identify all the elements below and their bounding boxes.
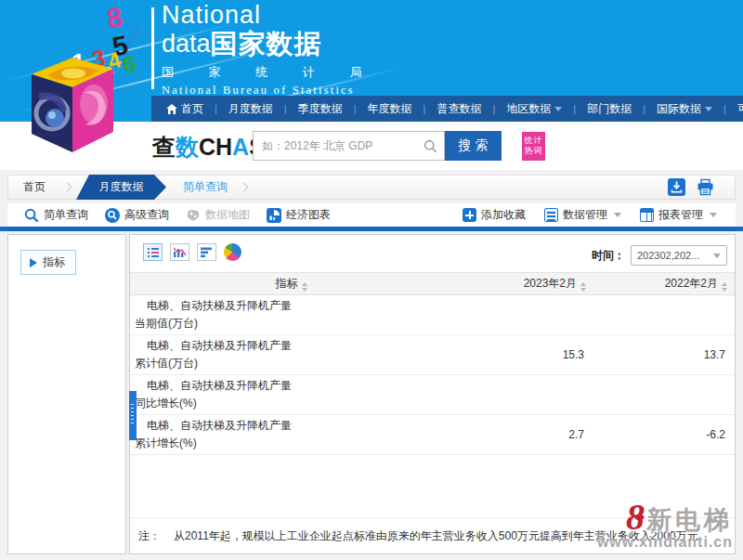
view-switcher	[143, 243, 241, 261]
table-row[interactable]: 电梯、自动扶梯及升降机产量当期值(万台)	[130, 295, 735, 335]
sidebar: 指标	[7, 234, 126, 554]
nav-item-annual-data[interactable]: 年度数据	[362, 101, 432, 117]
chevron-right-icon	[240, 183, 249, 192]
search-filled-icon	[105, 208, 120, 223]
footnote-label: 注：	[138, 528, 172, 544]
nav-item-monthly-data[interactable]: 月度数据	[223, 101, 293, 117]
hbar-chart-view-icon[interactable]	[197, 243, 216, 261]
search-box	[253, 131, 445, 161]
sidebar-splitter-handle[interactable]	[129, 391, 137, 440]
search-input[interactable]	[254, 132, 444, 160]
chevron-down-icon	[554, 107, 562, 111]
nav-item-international-data[interactable]: 国际数据	[651, 101, 732, 117]
nav-item-visualization[interactable]: 可视化产品	[732, 101, 743, 117]
title-english-line1: National	[162, 2, 377, 29]
chevron-down-icon	[713, 254, 721, 258]
add-favorite-button[interactable]: 添加收藏	[463, 207, 526, 223]
chevron-right-icon	[63, 183, 72, 192]
play-triangle-icon	[30, 258, 37, 267]
hot-words-badge[interactable]: 统计 热词	[522, 132, 545, 161]
data-manage-dropdown[interactable]: 数据管理	[544, 207, 621, 223]
nav-item-home[interactable]: 首页	[161, 101, 223, 117]
data-map-button[interactable]: 数据地图	[186, 207, 250, 223]
hbar-chart-glyph	[198, 244, 215, 260]
sort-icon	[722, 282, 727, 292]
table-row[interactable]: 电梯、自动扶梯及升降机产量累计值(万台) 15.3 13.7	[130, 335, 735, 375]
time-filter: 时间： 202302,202...	[592, 245, 727, 266]
advanced-query-button[interactable]: 高级查询	[105, 207, 169, 223]
breadcrumb: 首页 月度数据 简单查询	[7, 175, 736, 200]
query-toolbar: 简单查询 高级查询 数据地图 经济图表	[7, 203, 736, 227]
simple-query-button[interactable]: 简单查询	[24, 207, 88, 223]
list-icon	[544, 208, 558, 222]
watermark-name: 新电梯	[646, 508, 733, 533]
pie-chart-view-icon[interactable]	[224, 243, 241, 261]
chevron-down-icon	[710, 213, 717, 217]
nav-item-census-data[interactable]: 普查数据	[431, 101, 501, 117]
nav-item-quarterly-data[interactable]: 季度数据	[293, 101, 362, 117]
search-button[interactable]: 搜索	[445, 131, 502, 161]
search-icon	[424, 139, 437, 153]
nbs-cube-logo-icon: 8 7 5 3 4 6 1 2	[20, 0, 160, 169]
site-title: National data国家数据 国 家 统 计 局 National Bur…	[162, 2, 377, 98]
sort-icon	[580, 282, 586, 292]
breadcrumb-monthly-data-tab[interactable]: 月度数据	[76, 175, 166, 200]
table-header-row: 指标 2023年2月 2022年2月	[130, 273, 735, 295]
plus-icon	[463, 208, 476, 222]
nav-item-regional-data[interactable]: 地区数据	[501, 101, 581, 117]
column-header-indicator[interactable]: 指标	[130, 273, 452, 295]
download-icon[interactable]	[668, 178, 685, 196]
column-header-2023[interactable]: 2023年2月	[452, 273, 593, 295]
svg-text:8: 8	[104, 1, 124, 33]
table-row[interactable]: 电梯、自动扶梯及升降机产量累计增长(%) 2.7 -6.2	[130, 415, 735, 455]
map-icon	[186, 208, 201, 223]
bar-chart-glyph	[171, 244, 189, 260]
watermark: 8❤ 新电梯 www.xindianti.cn	[597, 501, 733, 550]
toolbar-rule	[0, 227, 743, 231]
bar-chart-view-icon[interactable]	[170, 243, 189, 261]
table-row[interactable]: 电梯、自动扶梯及升降机产量同比增长(%)	[130, 375, 735, 415]
result-panel: 时间： 202302,202... 指标 2023年2月 2022年2月 电梯、…	[129, 234, 736, 554]
watermark-url: www.xindianti.cn	[597, 535, 733, 550]
main-navigation: 首页 月度数据 季度数据 年度数据 普查数据 地区数据 部门数据 国际数据 可视…	[151, 96, 743, 122]
table-grid-icon	[640, 208, 654, 222]
chart-icon	[267, 208, 281, 223]
page: National data国家数据 国 家 统 计 局 National Bur…	[0, 0, 743, 560]
breadcrumb-home[interactable]: 首页	[8, 179, 60, 195]
indicator-tree-toggle[interactable]: 指标	[20, 250, 76, 275]
chevron-down-icon	[614, 213, 621, 217]
time-select[interactable]: 202302,202...	[631, 245, 727, 266]
title-english-line2: data	[162, 29, 211, 59]
economy-charts-button[interactable]: 经济图表	[267, 207, 331, 223]
xindianti-logo-icon: 8❤	[626, 501, 645, 533]
search-outline-icon	[24, 208, 39, 223]
subtitle-chinese: 国 家 统 计 局	[162, 64, 377, 81]
home-icon	[166, 104, 177, 114]
column-header-2022[interactable]: 2022年2月	[593, 273, 735, 295]
title-chinese: 国家数据	[211, 29, 322, 59]
svg-text:6: 6	[121, 50, 137, 78]
report-manage-dropdown[interactable]: 报表管理	[640, 207, 717, 223]
data-table: 指标 2023年2月 2022年2月 电梯、自动扶梯及升降机产量当期值(万台) …	[130, 272, 735, 455]
print-icon[interactable]	[697, 178, 714, 196]
time-label: 时间：	[592, 248, 625, 264]
nav-item-department-data[interactable]: 部门数据	[581, 101, 651, 117]
sort-icon	[302, 282, 307, 292]
table-view-icon[interactable]	[143, 243, 163, 261]
breadcrumb-simple-query[interactable]: 简单查询	[166, 179, 237, 195]
chevron-down-icon	[705, 107, 712, 111]
